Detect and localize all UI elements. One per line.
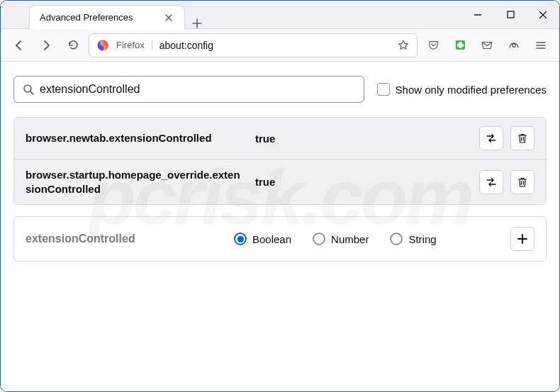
add-pref-row: extensionControlled Boolean Number Strin… — [13, 216, 547, 262]
browser-tab[interactable]: Advanced Preferences — [29, 5, 185, 29]
tab-title: Advanced Preferences — [40, 12, 157, 23]
show-modified-checkbox-row[interactable]: Show only modified preferences — [377, 83, 547, 96]
radio-icon — [234, 233, 247, 245]
app-menu-button[interactable] — [530, 34, 552, 57]
pref-value: true — [255, 176, 469, 188]
radio-label: Boolean — [252, 233, 291, 245]
pref-search-box[interactable] — [13, 76, 364, 103]
toggle-button[interactable] — [479, 126, 503, 150]
reload-button[interactable] — [62, 34, 84, 57]
new-tab-button[interactable] — [185, 18, 209, 28]
firefox-logo-icon — [96, 39, 109, 52]
window-close-button[interactable] — [527, 1, 559, 28]
pref-row: browser.newtab.extensionControlled true — [14, 118, 546, 159]
type-radio-boolean[interactable]: Boolean — [234, 233, 291, 245]
add-button[interactable] — [510, 227, 534, 251]
close-tab-icon[interactable] — [163, 12, 174, 23]
type-radio-number[interactable]: Number — [313, 233, 369, 245]
about-config-content: Show only modified preferences browser.n… — [1, 62, 559, 391]
back-button[interactable] — [8, 34, 30, 57]
svg-point-5 — [513, 43, 516, 47]
bookmark-star-icon[interactable] — [397, 39, 410, 52]
url-bar[interactable]: Firefox about:config — [89, 33, 418, 57]
svg-rect-4 — [457, 44, 464, 47]
pref-name: browser.startup.homepage_override.extens… — [26, 168, 245, 196]
pref-search-input[interactable] — [40, 83, 355, 96]
pref-row: browser.startup.homepage_override.extens… — [14, 159, 546, 204]
account-button[interactable] — [503, 34, 525, 57]
radio-label: Number — [331, 233, 369, 245]
show-modified-label: Show only modified preferences — [396, 84, 547, 96]
toggle-button[interactable] — [479, 170, 503, 194]
add-pref-name: extensionControlled — [26, 233, 224, 245]
extension-button[interactable] — [449, 34, 471, 57]
prefs-list: browser.newtab.extensionControlled true … — [13, 117, 547, 205]
delete-button[interactable] — [510, 170, 534, 194]
forward-button[interactable] — [35, 34, 57, 57]
identity-label: Firefox — [116, 40, 152, 50]
window-minimize-button[interactable] — [461, 1, 494, 28]
show-modified-checkbox[interactable] — [377, 83, 390, 96]
window-maximize-button[interactable] — [494, 1, 527, 28]
svg-rect-0 — [508, 11, 514, 18]
radio-icon — [390, 233, 403, 245]
pref-name: browser.newtab.extensionControlled — [26, 131, 245, 145]
type-radio-string[interactable]: String — [390, 233, 436, 245]
nav-toolbar: Firefox about:config — [1, 29, 559, 62]
radio-label: String — [408, 233, 436, 245]
delete-button[interactable] — [510, 126, 534, 150]
inbox-button[interactable] — [476, 34, 498, 57]
radio-icon — [313, 233, 325, 245]
window-titlebar: Advanced Preferences — [1, 1, 559, 29]
pocket-button[interactable] — [422, 34, 444, 57]
pref-value: true — [255, 133, 469, 145]
url-text: about:config — [159, 40, 390, 51]
search-icon — [23, 84, 34, 95]
